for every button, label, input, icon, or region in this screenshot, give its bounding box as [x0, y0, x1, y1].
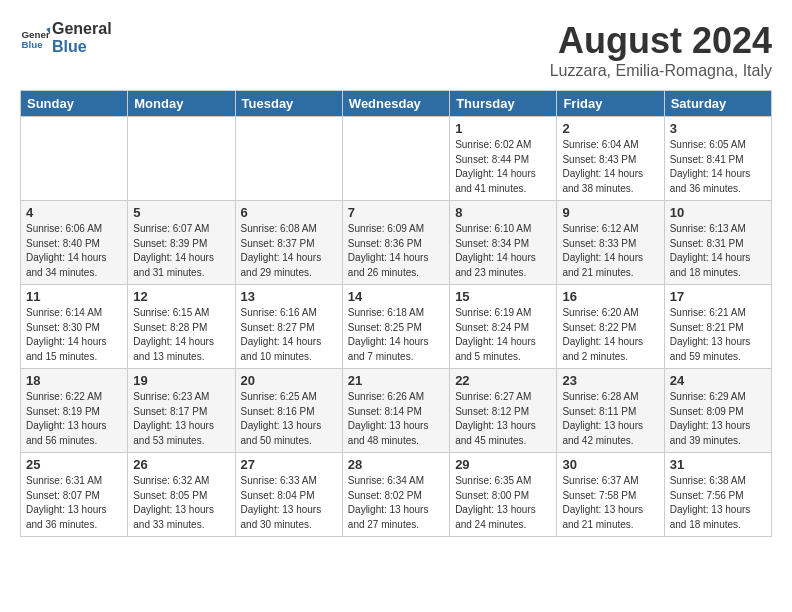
day-info: Sunrise: 6:02 AM Sunset: 8:44 PM Dayligh…: [455, 138, 551, 196]
day-number: 4: [26, 205, 122, 220]
day-number: 16: [562, 289, 658, 304]
day-number: 9: [562, 205, 658, 220]
day-number: 10: [670, 205, 766, 220]
day-info: Sunrise: 6:08 AM Sunset: 8:37 PM Dayligh…: [241, 222, 337, 280]
week-row-0: 1Sunrise: 6:02 AM Sunset: 8:44 PM Daylig…: [21, 117, 772, 201]
day-info: Sunrise: 6:33 AM Sunset: 8:04 PM Dayligh…: [241, 474, 337, 532]
calendar-cell: 5Sunrise: 6:07 AM Sunset: 8:39 PM Daylig…: [128, 201, 235, 285]
day-info: Sunrise: 6:31 AM Sunset: 8:07 PM Dayligh…: [26, 474, 122, 532]
day-info: Sunrise: 6:10 AM Sunset: 8:34 PM Dayligh…: [455, 222, 551, 280]
day-info: Sunrise: 6:38 AM Sunset: 7:56 PM Dayligh…: [670, 474, 766, 532]
day-number: 25: [26, 457, 122, 472]
day-info: Sunrise: 6:12 AM Sunset: 8:33 PM Dayligh…: [562, 222, 658, 280]
week-row-4: 25Sunrise: 6:31 AM Sunset: 8:07 PM Dayli…: [21, 453, 772, 537]
page: General Blue General Blue August 2024 Lu…: [0, 0, 792, 547]
calendar-cell: [342, 117, 449, 201]
col-sunday: Sunday: [21, 91, 128, 117]
logo-general-text: General: [52, 20, 112, 38]
day-number: 30: [562, 457, 658, 472]
calendar-cell: 24Sunrise: 6:29 AM Sunset: 8:09 PM Dayli…: [664, 369, 771, 453]
day-number: 7: [348, 205, 444, 220]
logo-blue-text: Blue: [52, 38, 112, 56]
day-number: 21: [348, 373, 444, 388]
calendar-table: Sunday Monday Tuesday Wednesday Thursday…: [20, 90, 772, 537]
calendar-cell: 6Sunrise: 6:08 AM Sunset: 8:37 PM Daylig…: [235, 201, 342, 285]
day-info: Sunrise: 6:27 AM Sunset: 8:12 PM Dayligh…: [455, 390, 551, 448]
calendar-cell: 27Sunrise: 6:33 AM Sunset: 8:04 PM Dayli…: [235, 453, 342, 537]
calendar-cell: 3Sunrise: 6:05 AM Sunset: 8:41 PM Daylig…: [664, 117, 771, 201]
week-row-3: 18Sunrise: 6:22 AM Sunset: 8:19 PM Dayli…: [21, 369, 772, 453]
calendar-cell: 19Sunrise: 6:23 AM Sunset: 8:17 PM Dayli…: [128, 369, 235, 453]
day-number: 22: [455, 373, 551, 388]
calendar-cell: 18Sunrise: 6:22 AM Sunset: 8:19 PM Dayli…: [21, 369, 128, 453]
day-info: Sunrise: 6:05 AM Sunset: 8:41 PM Dayligh…: [670, 138, 766, 196]
day-info: Sunrise: 6:13 AM Sunset: 8:31 PM Dayligh…: [670, 222, 766, 280]
day-info: Sunrise: 6:09 AM Sunset: 8:36 PM Dayligh…: [348, 222, 444, 280]
day-number: 20: [241, 373, 337, 388]
day-number: 11: [26, 289, 122, 304]
day-number: 12: [133, 289, 229, 304]
day-info: Sunrise: 6:16 AM Sunset: 8:27 PM Dayligh…: [241, 306, 337, 364]
day-number: 15: [455, 289, 551, 304]
day-number: 3: [670, 121, 766, 136]
month-year: August 2024: [550, 20, 772, 62]
calendar-cell: 13Sunrise: 6:16 AM Sunset: 8:27 PM Dayli…: [235, 285, 342, 369]
day-number: 23: [562, 373, 658, 388]
calendar-cell: 4Sunrise: 6:06 AM Sunset: 8:40 PM Daylig…: [21, 201, 128, 285]
day-number: 1: [455, 121, 551, 136]
calendar-cell: 28Sunrise: 6:34 AM Sunset: 8:02 PM Dayli…: [342, 453, 449, 537]
week-row-1: 4Sunrise: 6:06 AM Sunset: 8:40 PM Daylig…: [21, 201, 772, 285]
logo: General Blue General Blue: [20, 20, 112, 55]
calendar-cell: 16Sunrise: 6:20 AM Sunset: 8:22 PM Dayli…: [557, 285, 664, 369]
calendar-cell: 15Sunrise: 6:19 AM Sunset: 8:24 PM Dayli…: [450, 285, 557, 369]
day-info: Sunrise: 6:23 AM Sunset: 8:17 PM Dayligh…: [133, 390, 229, 448]
calendar-cell: [128, 117, 235, 201]
day-info: Sunrise: 6:21 AM Sunset: 8:21 PM Dayligh…: [670, 306, 766, 364]
day-number: 8: [455, 205, 551, 220]
calendar-cell: 29Sunrise: 6:35 AM Sunset: 8:00 PM Dayli…: [450, 453, 557, 537]
day-number: 2: [562, 121, 658, 136]
calendar-cell: 8Sunrise: 6:10 AM Sunset: 8:34 PM Daylig…: [450, 201, 557, 285]
day-info: Sunrise: 6:29 AM Sunset: 8:09 PM Dayligh…: [670, 390, 766, 448]
day-info: Sunrise: 6:25 AM Sunset: 8:16 PM Dayligh…: [241, 390, 337, 448]
day-info: Sunrise: 6:35 AM Sunset: 8:00 PM Dayligh…: [455, 474, 551, 532]
day-info: Sunrise: 6:34 AM Sunset: 8:02 PM Dayligh…: [348, 474, 444, 532]
day-number: 19: [133, 373, 229, 388]
day-number: 13: [241, 289, 337, 304]
day-info: Sunrise: 6:22 AM Sunset: 8:19 PM Dayligh…: [26, 390, 122, 448]
svg-text:Blue: Blue: [22, 38, 44, 49]
col-tuesday: Tuesday: [235, 91, 342, 117]
col-thursday: Thursday: [450, 91, 557, 117]
col-monday: Monday: [128, 91, 235, 117]
day-number: 29: [455, 457, 551, 472]
day-info: Sunrise: 6:37 AM Sunset: 7:58 PM Dayligh…: [562, 474, 658, 532]
calendar-cell: 9Sunrise: 6:12 AM Sunset: 8:33 PM Daylig…: [557, 201, 664, 285]
location: Luzzara, Emilia-Romagna, Italy: [550, 62, 772, 80]
day-number: 17: [670, 289, 766, 304]
col-wednesday: Wednesday: [342, 91, 449, 117]
logo-icon: General Blue: [20, 23, 50, 53]
day-info: Sunrise: 6:14 AM Sunset: 8:30 PM Dayligh…: [26, 306, 122, 364]
day-number: 6: [241, 205, 337, 220]
calendar-cell: [21, 117, 128, 201]
day-number: 31: [670, 457, 766, 472]
day-info: Sunrise: 6:28 AM Sunset: 8:11 PM Dayligh…: [562, 390, 658, 448]
day-info: Sunrise: 6:19 AM Sunset: 8:24 PM Dayligh…: [455, 306, 551, 364]
calendar-cell: 7Sunrise: 6:09 AM Sunset: 8:36 PM Daylig…: [342, 201, 449, 285]
day-number: 18: [26, 373, 122, 388]
calendar-cell: 23Sunrise: 6:28 AM Sunset: 8:11 PM Dayli…: [557, 369, 664, 453]
day-info: Sunrise: 6:06 AM Sunset: 8:40 PM Dayligh…: [26, 222, 122, 280]
calendar-cell: 12Sunrise: 6:15 AM Sunset: 8:28 PM Dayli…: [128, 285, 235, 369]
calendar-cell: 17Sunrise: 6:21 AM Sunset: 8:21 PM Dayli…: [664, 285, 771, 369]
calendar-cell: 11Sunrise: 6:14 AM Sunset: 8:30 PM Dayli…: [21, 285, 128, 369]
day-info: Sunrise: 6:07 AM Sunset: 8:39 PM Dayligh…: [133, 222, 229, 280]
calendar-cell: 14Sunrise: 6:18 AM Sunset: 8:25 PM Dayli…: [342, 285, 449, 369]
day-info: Sunrise: 6:04 AM Sunset: 8:43 PM Dayligh…: [562, 138, 658, 196]
calendar-cell: [235, 117, 342, 201]
title-area: August 2024 Luzzara, Emilia-Romagna, Ita…: [550, 20, 772, 80]
calendar-cell: 22Sunrise: 6:27 AM Sunset: 8:12 PM Dayli…: [450, 369, 557, 453]
calendar-cell: 2Sunrise: 6:04 AM Sunset: 8:43 PM Daylig…: [557, 117, 664, 201]
calendar-cell: 26Sunrise: 6:32 AM Sunset: 8:05 PM Dayli…: [128, 453, 235, 537]
header-row: Sunday Monday Tuesday Wednesday Thursday…: [21, 91, 772, 117]
day-info: Sunrise: 6:26 AM Sunset: 8:14 PM Dayligh…: [348, 390, 444, 448]
